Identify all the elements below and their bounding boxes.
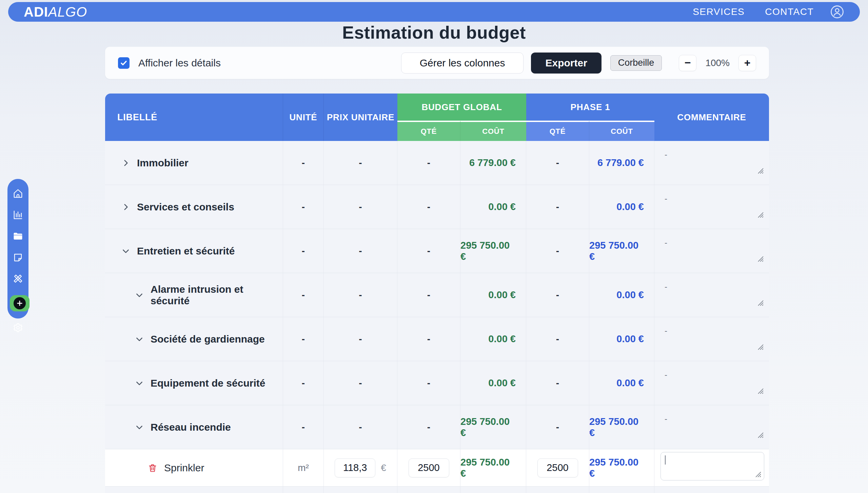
user-avatar-icon[interactable] [830,5,844,19]
brand-logo[interactable]: ADIALGO [24,4,87,20]
phase1-qty-cell: - [526,229,589,273]
bar-chart-icon[interactable] [13,210,23,220]
unit-cell: - [283,273,324,317]
nav-contact[interactable]: CONTACT [765,6,814,17]
comment-cell[interactable]: - [654,229,769,273]
phase1-cost-cell: 0.00 € [589,185,654,229]
add-button[interactable] [10,295,29,311]
comment-cell[interactable] [654,449,769,486]
comment-textarea[interactable] [660,452,764,480]
label-cell [105,487,283,493]
resize-grip-icon[interactable] [757,300,764,306]
toolbar: Afficher les détails Gérer les colonnes … [105,47,769,79]
table-row: Société de gardiennage - - - 0.00 € - 0.… [105,317,769,361]
phase1-cost-cell: 0.00 € [589,361,654,405]
phase1-qty-cell: - [526,405,589,449]
comment-cell[interactable] [654,487,769,493]
show-details-checkbox[interactable] [118,57,130,69]
comment-cell[interactable]: - [654,141,769,185]
comment-cell[interactable]: - [654,405,769,449]
unit-price-cell: - [324,229,397,273]
chevron-down-icon[interactable] [121,247,130,255]
comment-cell[interactable]: - [654,361,769,405]
note-icon[interactable] [13,252,23,263]
budget-qty-cell: - [397,185,460,229]
budget-cost-cell: 295 750.00 € [460,229,526,273]
comment-cell[interactable]: - [654,185,769,229]
zoom-level: 100% [705,58,730,68]
chevron-down-icon[interactable] [135,335,144,344]
col-header-commentaire: COMMENTAIRE [654,94,769,141]
chevron-down-icon[interactable] [135,423,144,432]
row-label: Société de gardiennage [151,333,265,345]
zoom-out-button[interactable]: − [679,55,696,71]
text-caret [665,455,666,465]
row-label: Immobilier [137,157,189,169]
budget-qty-cell: - [397,317,460,361]
comment-cell[interactable]: - [654,317,769,361]
trash-icon[interactable] [148,463,157,473]
export-button[interactable]: Exporter [531,53,601,74]
resize-grip-icon[interactable] [757,344,764,350]
phase1-cost-cell [589,487,654,493]
resize-grip-icon[interactable] [757,432,764,438]
phase1-qty-cell [526,449,589,486]
unit-price-input[interactable] [335,458,375,477]
comment-value: - [665,370,667,379]
budget-qty-cell: - [397,141,460,185]
table-row: Alarme intrusion et sécurité - - - 0.00 … [105,273,769,317]
zoom-in-button[interactable]: + [738,55,756,71]
resize-grip-icon[interactable] [757,212,764,218]
subheader-p1-cost: COÛT [589,121,654,141]
app-header: ADIALGO SERVICES CONTACT [8,2,860,22]
folder-icon[interactable] [13,231,23,241]
unit-price-cell: € [324,449,397,486]
unit-cell: - [283,185,324,229]
budget-qty-input[interactable] [409,458,449,477]
comment-cell[interactable]: - [654,273,769,317]
table-row: Sprinkler m² € 295 750.00 € 295 750.00 € [105,449,769,487]
phase1-qty-cell [526,487,589,493]
home-icon[interactable] [13,188,23,199]
resize-grip-icon[interactable] [755,471,761,477]
chevron-down-icon[interactable] [135,291,144,300]
budget-qty-cell: - [397,229,460,273]
label-cell: Sprinkler [105,449,283,486]
phase1-qty-cell: - [526,317,589,361]
unit-price-cell: - [324,141,397,185]
chevron-down-icon[interactable] [135,379,144,388]
phase1-cost-cell: 295 750.00 € [589,405,654,449]
table-row: Entretien et sécurité - - - 295 750.00 €… [105,229,769,273]
design-tools-icon[interactable] [13,274,23,284]
trash-button[interactable]: Corbeille [610,55,662,71]
sidebar [7,179,28,319]
chevron-right-icon[interactable] [121,203,130,211]
col-header-prix-unitaire: PRIX UNITAIRE [324,94,397,141]
chevron-right-icon[interactable] [121,159,130,167]
budget-qty-cell: - [397,361,460,405]
table-body: Immobilier - - - 6 779.00 € - 6 779.00 €… [105,141,769,493]
nav-services[interactable]: SERVICES [693,6,745,17]
comment-value: - [665,282,667,291]
unit-cell [283,487,324,493]
table-row: Equipement de sécurité - - - 0.00 € - 0.… [105,361,769,405]
manage-columns-button[interactable]: Gérer les colonnes [401,53,524,74]
brand-bold: ADI [24,4,48,19]
resize-grip-icon[interactable] [757,168,764,174]
show-details-label: Afficher les détails [138,57,221,69]
phase1-qty-input[interactable] [537,458,578,477]
budget-table: LIBELLÉ UNITÉ PRIX UNITAIRE BUDGET GLOBA… [105,94,769,493]
currency-suffix: € [381,463,386,473]
budget-cost-cell: 295 750.00 € [460,405,526,449]
budget-cost-cell: 0.00 € [460,273,526,317]
resize-grip-icon[interactable] [757,388,764,394]
unit-price-cell: - [324,361,397,405]
phase1-cost-cell: 0.00 € [589,273,654,317]
phase1-qty-cell: - [526,141,589,185]
table-row: Services et conseils - - - 0.00 € - 0.00… [105,185,769,229]
settings-icon[interactable] [13,323,23,333]
phase1-qty-cell: - [526,273,589,317]
unit-cell: - [283,361,324,405]
show-details-toggle[interactable]: Afficher les détails [118,57,221,69]
resize-grip-icon[interactable] [757,256,764,262]
